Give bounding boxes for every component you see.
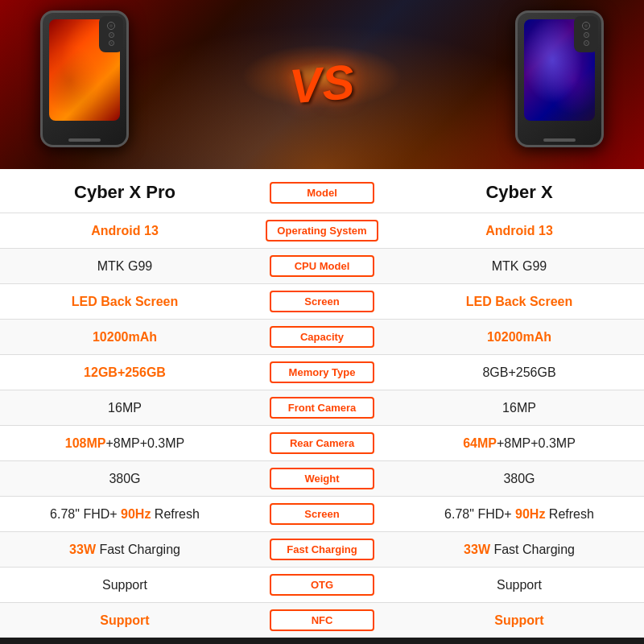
right-screen-refresh: 6.78" FHD+ 90Hz Refresh: [394, 501, 644, 528]
phone-right: [491, 10, 612, 159]
left-watt: 33W: [69, 543, 96, 556]
left-otg: Support: [0, 572, 250, 599]
cpu-label: CPU Model: [270, 255, 374, 277]
phone-left: [32, 10, 153, 159]
phone-bottom-bar: [68, 138, 101, 142]
model-label: Model: [270, 182, 374, 204]
left-rear-cam: 108MP+8MP+0.3MP: [0, 430, 250, 457]
memory-label-cell: Memory Type: [250, 357, 394, 388]
cpu-label-cell: CPU Model: [250, 250, 394, 282]
front-camera-label: Front Camera: [270, 397, 374, 419]
right-watt: 33W: [464, 543, 490, 556]
capacity-label-cell: Capacity: [250, 321, 394, 353]
left-cpu: MTK G99: [0, 253, 250, 280]
camera-lens-3: [109, 40, 114, 46]
table-row: LED Back Screen Screen LED Back Screen: [0, 283, 644, 319]
camera-lens-2: [109, 32, 114, 38]
left-memory: 12GB+256GB: [0, 359, 250, 386]
vs-text: VS: [288, 58, 357, 112]
otg-label-cell: OTG: [250, 569, 394, 601]
table-row: 10200mAh Capacity 10200mAh: [0, 319, 644, 354]
nfc-label: NFC: [270, 609, 374, 631]
left-rear-cam-highlight: 108MP: [65, 436, 106, 450]
table-header-row: Cyber X Pro Model Cyber X: [0, 169, 644, 213]
left-charging: 33W Fast Charging: [0, 536, 250, 564]
os-label-cell: Operating System: [250, 215, 394, 246]
comparison-table: Cyber X Pro Model Cyber X Android 13 Ope…: [0, 169, 644, 638]
right-rear-cam: 64MP+8MP+0.3MP: [394, 430, 644, 457]
nfc-label-cell: NFC: [250, 605, 394, 636]
left-weight: 380G: [0, 465, 250, 493]
screen2-label-cell: Screen: [250, 498, 394, 530]
table-row: 108MP+8MP+0.3MP Rear Camera 64MP+8MP+0.3…: [0, 425, 644, 460]
left-screen-led: LED Back Screen: [0, 288, 250, 316]
right-capacity: 10200mAh: [394, 324, 644, 351]
otg-label: OTG: [270, 574, 374, 596]
table-row: Support NFC Support: [0, 602, 644, 638]
right-otg: Support: [394, 572, 644, 599]
left-front-cam: 16MP: [0, 394, 250, 422]
table-row: Android 13 Operating System Android 13: [0, 213, 644, 248]
left-screen-refresh: 6.78" FHD+ 90Hz Refresh: [0, 501, 250, 528]
table-row: MTK G99 CPU Model MTK G99: [0, 248, 644, 283]
camera-lens-1: [107, 22, 115, 30]
table-row: Support OTG Support: [0, 567, 644, 602]
charging-label: Fast Charging: [270, 539, 374, 560]
front-camera-label-cell: Front Camera: [250, 392, 394, 423]
screen-label: Screen: [270, 291, 374, 312]
right-cpu: MTK G99: [394, 253, 644, 280]
left-phone-name: Cyber X Pro: [0, 179, 250, 206]
left-os: Android 13: [0, 217, 250, 245]
right-hz: 90Hz: [515, 507, 545, 521]
left-nfc: Support: [0, 607, 250, 634]
right-weight: 380G: [394, 465, 644, 493]
table-row: 12GB+256GB Memory Type 8GB+256GB: [0, 354, 644, 390]
right-screen-led: LED Back Screen: [394, 288, 644, 316]
screen2-label: Screen: [270, 503, 374, 525]
right-phone-name: Cyber X: [394, 179, 644, 206]
hero-section: VS: [0, 0, 644, 169]
rear-camera-label-cell: Rear Camera: [250, 427, 394, 459]
camera-lens-r2: [584, 32, 589, 38]
os-label: Operating System: [266, 220, 378, 242]
vs-container: VS: [290, 60, 354, 109]
charging-label-cell: Fast Charging: [250, 534, 394, 565]
table-row: 33W Fast Charging Fast Charging 33W Fast…: [0, 531, 644, 567]
camera-lens-r1: [582, 22, 590, 30]
right-front-cam: 16MP: [394, 394, 644, 422]
weight-label-cell: Weight: [250, 463, 394, 494]
camera-lens-r3: [584, 40, 589, 46]
table-row: 380G Weight 380G: [0, 460, 644, 496]
table-row: 16MP Front Camera 16MP: [0, 390, 644, 425]
phone-bottom-bar-right: [543, 138, 576, 142]
table-row: 6.78" FHD+ 90Hz Refresh Screen 6.78" FHD…: [0, 496, 644, 531]
right-rear-cam-highlight: 64MP: [463, 436, 497, 450]
screen-label-cell: Screen: [250, 286, 394, 317]
right-memory: 8GB+256GB: [394, 359, 644, 386]
weight-label: Weight: [270, 468, 374, 489]
memory-label: Memory Type: [270, 361, 374, 383]
left-capacity: 10200mAh: [0, 324, 250, 351]
left-hz: 90Hz: [121, 507, 151, 521]
right-charging: 33W Fast Charging: [394, 536, 644, 564]
rear-camera-label: Rear Camera: [270, 432, 374, 454]
right-nfc: Support: [394, 607, 644, 634]
capacity-label: Capacity: [270, 326, 374, 348]
right-os: Android 13: [394, 217, 644, 245]
